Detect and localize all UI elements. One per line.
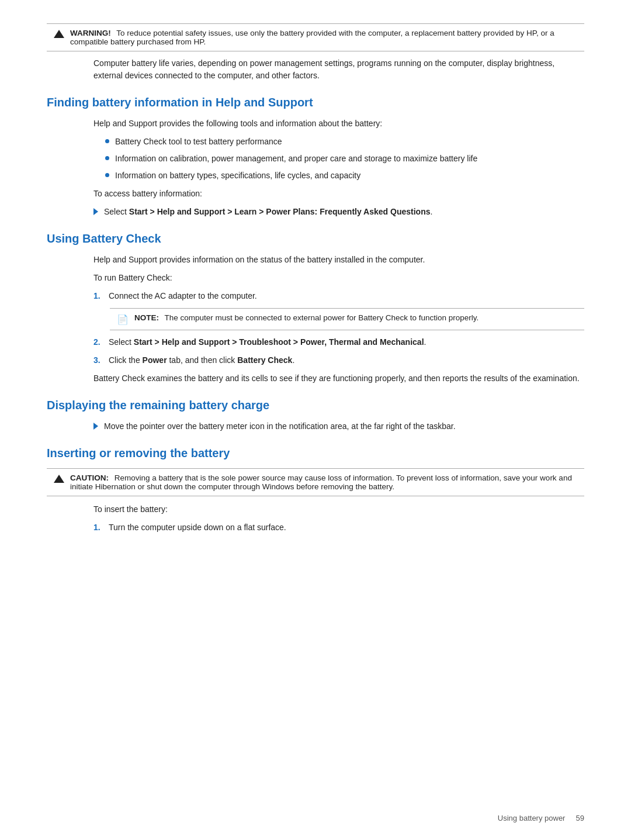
section1-access-label: To access battery information: xyxy=(93,188,584,200)
section2-intro2: To run Battery Check: xyxy=(93,272,584,284)
bullet-item-1: Battery Check tool to test battery perfo… xyxy=(105,136,584,148)
section2-closing: Battery Check examines the battery and i… xyxy=(93,372,584,385)
section2-step2-text: Select Start > Help and Support > Troubl… xyxy=(109,336,426,348)
warning-text: WARNING! To reduce potential safety issu… xyxy=(70,29,577,46)
bullet-text-1: Battery Check tool to test battery perfo… xyxy=(115,136,282,148)
intro-text: Computer battery life varies, depending … xyxy=(93,57,584,82)
section1-bullets: Battery Check tool to test battery perfo… xyxy=(105,136,584,182)
section4-insert-label: To insert the battery: xyxy=(93,503,584,516)
footer-page: 59 xyxy=(576,814,584,822)
triangle-arrow-icon-1 xyxy=(93,208,98,215)
note-icon: 📄 xyxy=(117,314,129,325)
page-footer: Using battery power 59 xyxy=(498,814,584,822)
section2-step1-text: Connect the AC adapter to the computer. xyxy=(109,290,257,302)
warning-box: WARNING! To reduce potential safety issu… xyxy=(47,23,584,51)
section1-step-text: Select Start > Help and Support > Learn … xyxy=(104,206,432,218)
note-box: 📄 NOTE: The computer must be connected t… xyxy=(110,308,584,330)
section2-step3-text: Click the Power tab, and then click Batt… xyxy=(109,354,294,367)
section2-intro1: Help and Support provides information on… xyxy=(93,254,584,266)
section2-numbered-list: 1. Connect the AC adapter to the compute… xyxy=(93,290,584,367)
section3-step-text: Move the pointer over the battery meter … xyxy=(104,420,456,433)
bullet-dot-1 xyxy=(105,139,109,143)
note-text: NOTE: The computer must be connected to … xyxy=(134,313,479,322)
bullet-text-2: Information on calibration, power manage… xyxy=(115,153,477,165)
section1-title: Finding battery information in Help and … xyxy=(47,96,584,109)
bullet-item-3: Information on battery types, specificat… xyxy=(105,170,584,182)
section4-step-1: 1. Turn the computer upside down on a fl… xyxy=(93,521,584,534)
triangle-arrow-icon-2 xyxy=(93,423,98,430)
section1-step: Select Start > Help and Support > Learn … xyxy=(93,206,584,218)
bullet-text-3: Information on battery types, specificat… xyxy=(115,170,360,182)
caution-triangle-icon xyxy=(54,475,64,483)
section3-title: Displaying the remaining battery charge xyxy=(47,399,584,412)
section2-title: Using Battery Check xyxy=(47,232,584,246)
section4-title: Inserting or removing the battery xyxy=(47,447,584,460)
caution-box: CAUTION: Removing a battery that is the … xyxy=(47,468,584,496)
section1-intro: Help and Support provides the following … xyxy=(93,117,584,130)
section4-numbered-list: 1. Turn the computer upside down on a fl… xyxy=(93,521,584,534)
caution-text: CAUTION: Removing a battery that is the … xyxy=(70,473,577,491)
warning-triangle-icon xyxy=(54,30,64,38)
section2-step-3: 3. Click the Power tab, and then click B… xyxy=(93,354,584,367)
section4-step1-text: Turn the computer upside down on a flat … xyxy=(109,521,286,534)
bullet-dot-3 xyxy=(105,173,109,177)
bullet-item-2: Information on calibration, power manage… xyxy=(105,153,584,165)
footer-text: Using battery power xyxy=(498,814,566,822)
section2-step-2: 2. Select Start > Help and Support > Tro… xyxy=(93,336,584,348)
bullet-dot-2 xyxy=(105,156,109,160)
section2-step-1: 1. Connect the AC adapter to the compute… xyxy=(93,290,584,302)
section3-step: Move the pointer over the battery meter … xyxy=(93,420,584,433)
